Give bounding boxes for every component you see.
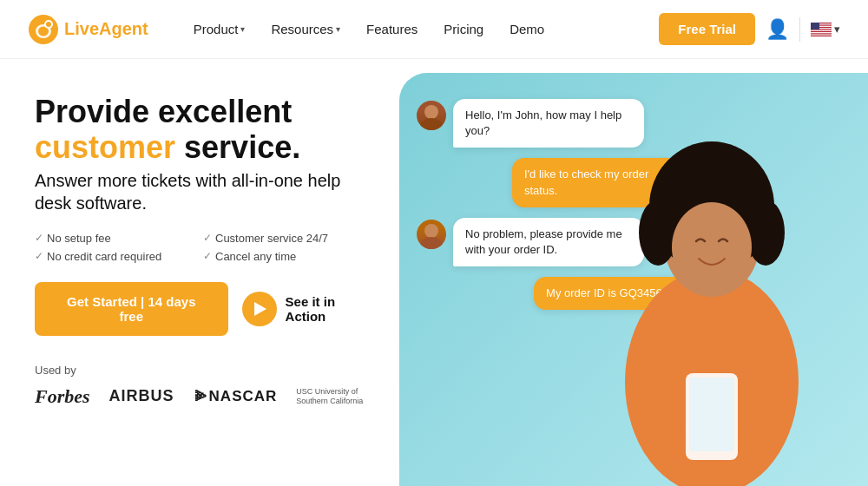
hero-subheadline: Answer more tickets with all-in-one help… (35, 169, 372, 214)
svg-point-16 (420, 237, 443, 249)
check-icon-4: ✓ (203, 250, 212, 262)
product-chevron-icon: ▾ (240, 24, 245, 34)
agent-avatar-1 (417, 101, 446, 130)
free-trial-button[interactable]: Free Trial (659, 13, 755, 45)
flag-icon (811, 23, 832, 36)
play-icon (242, 292, 277, 326)
svg-rect-11 (811, 34, 832, 35)
play-triangle (254, 302, 266, 316)
nav-divider (799, 17, 800, 42)
check-icon-2: ✓ (203, 232, 212, 244)
used-by-label: Used by (35, 364, 372, 377)
check-icon-1: ✓ (35, 232, 43, 244)
svg-point-4 (46, 22, 51, 27)
usc-logo: USC University of Southern California (296, 387, 365, 406)
resources-chevron-icon: ▾ (336, 24, 340, 34)
language-selector[interactable]: ▾ (811, 23, 840, 36)
main-nav: Product ▾ Resources ▾ Features Pricing D… (183, 15, 660, 43)
nav-product[interactable]: Product ▾ (183, 15, 256, 43)
hero-person (590, 73, 833, 486)
svg-point-23 (672, 202, 752, 292)
logo-text: LiveAgent (64, 19, 148, 39)
see-action-button[interactable]: See it in Action (242, 292, 372, 326)
svg-rect-10 (811, 32, 832, 33)
avatar-image-1 (417, 101, 446, 130)
avatar-image-2 (417, 220, 446, 249)
account-icon[interactable]: 👤 (766, 18, 789, 41)
forbes-logo: Forbes (35, 385, 90, 408)
feature-list: ✓ No setup fee ✓ Customer service 24/7 ✓… (35, 230, 372, 265)
chevron-down-icon: ▾ (834, 23, 840, 36)
svg-point-21 (639, 200, 677, 266)
svg-rect-9 (811, 30, 832, 30)
hero-headline: Provide excellent customer service. (35, 94, 372, 166)
person-illustration (599, 104, 825, 486)
svg-point-22 (746, 200, 785, 266)
get-started-button[interactable]: Get Started | 14 days free (35, 282, 228, 336)
svg-rect-12 (811, 23, 819, 30)
feature-no-setup: ✓ No setup fee (35, 230, 203, 246)
nav-demo[interactable]: Demo (499, 15, 555, 43)
logo[interactable]: LiveAgent (28, 14, 148, 45)
hero-right: Hello, I'm John, how may I help you? I'd… (399, 73, 868, 486)
brand-logos: Forbes AIRBUS ⫸NASCAR USC University of … (35, 385, 372, 408)
feature-no-card: ✓ No credit card required (35, 248, 203, 265)
svg-rect-27 (689, 378, 734, 451)
logo-icon (28, 14, 59, 45)
check-icon-3: ✓ (35, 250, 43, 262)
nav-pricing[interactable]: Pricing (433, 15, 494, 43)
used-by-section: Used by Forbes AIRBUS ⫸NASCAR USC Univer… (35, 364, 372, 408)
airbus-logo: AIRBUS (109, 387, 174, 405)
svg-point-13 (424, 105, 438, 119)
main-content: Provide excellent customer service. Answ… (0, 59, 868, 486)
cta-row: Get Started | 14 days free See it in Act… (35, 282, 372, 336)
hero-left: Provide excellent customer service. Answ… (0, 59, 399, 486)
svg-point-14 (420, 118, 443, 130)
nav-actions: Free Trial 👤 ▾ (659, 13, 840, 45)
nav-resources[interactable]: Resources ▾ (260, 15, 351, 43)
nav-features[interactable]: Features (356, 15, 428, 43)
agent-avatar-2 (417, 220, 446, 249)
svg-point-15 (424, 224, 438, 238)
feature-cancel: ✓ Cancel any time (203, 248, 372, 265)
see-action-label: See it in Action (286, 294, 372, 324)
feature-support: ✓ Customer service 24/7 (203, 230, 372, 246)
nascar-logo: ⫸NASCAR (194, 388, 278, 405)
